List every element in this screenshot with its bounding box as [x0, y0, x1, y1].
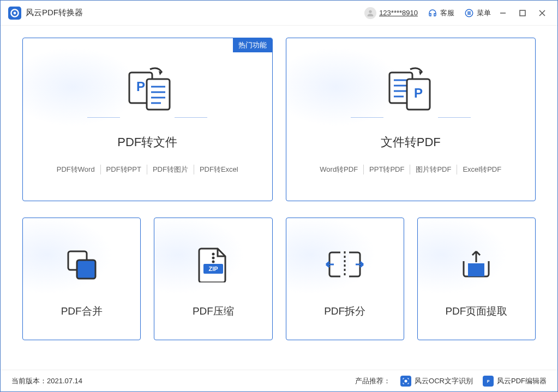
version-value: 2021.07.14	[47, 377, 82, 385]
avatar-icon	[364, 7, 376, 19]
app-logo-icon	[8, 7, 21, 20]
sub-pdf-to-excel[interactable]: PDF转Excel	[194, 165, 244, 174]
extract-icon	[457, 245, 495, 284]
card-title: PDF压缩	[193, 304, 234, 318]
headset-icon	[428, 8, 437, 18]
decor-line	[87, 117, 207, 118]
menu-button[interactable]: 菜单	[464, 8, 491, 18]
sub-pdf-to-word[interactable]: PDF转Word	[51, 165, 100, 174]
card-pdf-merge[interactable]: PDF合并	[22, 218, 141, 340]
editor-icon: P	[483, 376, 494, 387]
maximize-button[interactable]	[515, 5, 530, 21]
svg-text:P: P	[136, 79, 145, 94]
username-label: 123****8910	[379, 9, 418, 17]
menu-icon	[464, 8, 474, 18]
svg-point-4	[369, 10, 371, 13]
version-label: 当前版本：	[11, 376, 47, 386]
decor-line	[351, 117, 471, 118]
card-title: PDF合并	[61, 304, 103, 318]
svg-rect-6	[520, 10, 525, 16]
app-title: 风云PDF转换器	[26, 8, 83, 18]
svg-text:P: P	[487, 379, 490, 383]
svg-text:ZIP: ZIP	[208, 266, 218, 272]
main-content: 热门功能 P PDF转文件 PDF转Word PDF转PPT	[1, 26, 557, 370]
recommend-label: 产品推荐：	[355, 376, 391, 386]
reco-editor-label: 风云PDF编辑器	[497, 376, 547, 386]
card-pdf-compress[interactable]: ZIP PDF压缩	[154, 218, 272, 340]
card-pdf-to-file[interactable]: 热门功能 P PDF转文件 PDF转Word PDF转PPT	[22, 38, 273, 201]
card-title: 文件转PDF	[381, 134, 441, 150]
sub-pdf-to-ppt[interactable]: PDF转PPT	[100, 165, 147, 174]
svg-point-3	[14, 11, 16, 14]
card-title: PDF拆分	[324, 304, 365, 318]
hot-badge: 热门功能	[233, 38, 272, 52]
close-icon	[539, 10, 545, 16]
sub-image-to-pdf[interactable]: 图片转PDF	[410, 165, 457, 174]
svg-rect-29	[468, 263, 484, 276]
minimize-icon	[500, 10, 506, 16]
sub-word-to-pdf[interactable]: Word转PDF	[314, 165, 363, 174]
reco-editor[interactable]: P 风云PDF编辑器	[483, 376, 547, 387]
titlebar: 风云PDF转换器 123****8910 客服 菜单	[1, 1, 557, 26]
svg-point-30	[405, 379, 407, 382]
svg-text:P: P	[414, 86, 423, 100]
svg-rect-9	[147, 79, 170, 110]
sub-pdf-to-image[interactable]: PDF转图片	[147, 165, 194, 174]
reco-ocr-label: 风云OCR文字识别	[415, 376, 473, 386]
menu-label: 菜单	[477, 8, 491, 18]
minimize-button[interactable]	[495, 5, 511, 21]
svg-point-25	[212, 260, 214, 263]
ocr-icon	[400, 376, 411, 387]
sub-options: Word转PDF PPT转PDF 图片转PDF Excel转PDF	[314, 165, 507, 174]
reco-ocr[interactable]: 风云OCR文字识别	[400, 376, 473, 387]
support-button[interactable]: 客服	[428, 8, 454, 18]
pdf-to-file-icon: P	[117, 65, 177, 114]
split-icon	[323, 245, 367, 284]
user-account[interactable]: 123****8910	[362, 7, 418, 19]
svg-rect-22	[77, 260, 95, 279]
file-to-pdf-icon: P	[381, 65, 441, 114]
card-pdf-split[interactable]: PDF拆分	[286, 218, 404, 340]
card-title: PDF页面提取	[445, 304, 507, 318]
compress-icon: ZIP	[197, 245, 230, 284]
sub-options: PDF转Word PDF转PPT PDF转图片 PDF转Excel	[51, 165, 244, 174]
sub-ppt-to-pdf[interactable]: PPT转PDF	[363, 165, 410, 174]
card-title: PDF转文件	[117, 134, 177, 150]
card-pdf-extract[interactable]: PDF页面提取	[417, 218, 536, 340]
svg-point-27	[212, 252, 214, 255]
sub-excel-to-pdf[interactable]: Excel转PDF	[457, 165, 507, 174]
svg-point-26	[212, 256, 214, 259]
footer: 当前版本： 2021.07.14 产品推荐： 风云OCR文字识别 P 风云PDF…	[1, 370, 557, 391]
merge-icon	[63, 245, 101, 284]
support-label: 客服	[440, 8, 454, 18]
maximize-icon	[519, 10, 526, 16]
card-file-to-pdf[interactable]: P 文件转PDF Word转PDF PPT转PDF 图片转PDF Excel转P…	[286, 38, 536, 201]
close-button[interactable]	[535, 5, 550, 21]
